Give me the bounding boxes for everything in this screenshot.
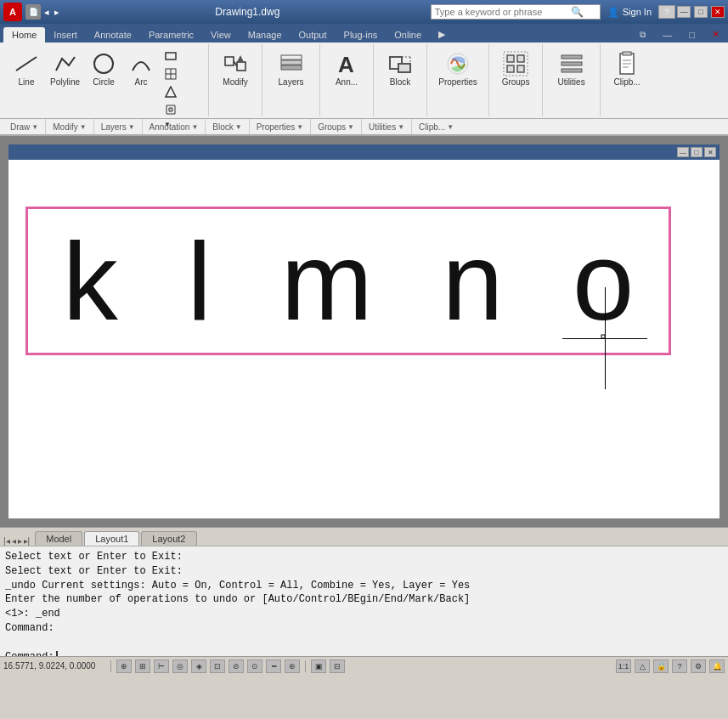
svg-text:A: A	[338, 52, 354, 77]
section-annotation[interactable]: Annotation ▼	[143, 119, 206, 134]
zoom-icon[interactable]: 1:1	[616, 660, 631, 673]
region-button[interactable]	[161, 101, 203, 118]
restore-button[interactable]: □	[694, 6, 708, 18]
tab-insert[interactable]: Insert	[45, 27, 86, 42]
gradient-button[interactable]	[161, 83, 203, 100]
tab-window-min[interactable]: —	[654, 27, 680, 42]
hatch-icon	[164, 67, 178, 81]
circle-icon	[90, 50, 117, 77]
section-layers[interactable]: Layers ▼	[94, 119, 143, 134]
close-button[interactable]: ✕	[711, 6, 725, 18]
tab-window-close[interactable]: ✕	[703, 26, 728, 42]
ducs-icon[interactable]: ⊘	[229, 660, 244, 673]
search-box[interactable]: 🔍	[431, 4, 601, 20]
osnap-icon[interactable]: ◈	[191, 660, 206, 673]
line-button[interactable]: Line	[8, 48, 44, 89]
notifications-icon[interactable]: 🔔	[709, 660, 725, 673]
help-icon[interactable]: ?	[658, 5, 675, 19]
lock-icon[interactable]: 🔒	[653, 660, 669, 673]
section-properties[interactable]: Properties ▼	[250, 119, 312, 134]
layers-button[interactable]: Layers	[268, 48, 314, 89]
help-status-icon[interactable]: ?	[672, 660, 687, 673]
canvas-close-btn[interactable]: ✕	[704, 147, 716, 157]
tp-icon[interactable]: ⊛	[285, 660, 300, 673]
tab-window-restore[interactable]: □	[680, 27, 703, 42]
tab-prev-icon[interactable]: ◂	[12, 536, 16, 546]
arc-button[interactable]: Arc	[123, 48, 159, 89]
user-icon: 👤	[607, 7, 619, 18]
canvas-restore-btn[interactable]: □	[691, 147, 703, 157]
draw-small-buttons: ▼	[161, 48, 203, 130]
tab-collapse[interactable]: ⧉	[631, 27, 654, 42]
lw-icon[interactable]: ━	[266, 660, 281, 673]
tab-layout1[interactable]: Layout1	[84, 531, 139, 546]
tab-first-icon[interactable]: |◂	[3, 536, 10, 546]
svg-rect-8	[237, 62, 245, 71]
tab-view[interactable]: View	[202, 27, 240, 42]
tabs-bar: |◂ ◂ ▸ ▸| Model Layout1 Layout2	[0, 527, 728, 546]
rectangle-button[interactable]	[161, 48, 203, 65]
tab-next-icon[interactable]: ▸	[18, 536, 22, 546]
annotation-items: A Ann...	[325, 44, 368, 116]
settings-icon[interactable]: ⚙	[691, 660, 706, 673]
svg-point-1	[94, 54, 113, 73]
model-icon[interactable]: ▣	[311, 660, 326, 673]
svg-rect-7	[225, 57, 234, 65]
block-button[interactable]: Block	[379, 48, 421, 89]
viewport-icon[interactable]: ⊟	[330, 660, 345, 673]
tab-home[interactable]: Home	[3, 27, 45, 42]
hatch-button[interactable]	[161, 65, 203, 82]
otrack-icon[interactable]: ⊡	[210, 660, 225, 673]
tab-plugins[interactable]: Plug-ins	[336, 27, 387, 42]
tab-more[interactable]: ▶	[430, 26, 454, 42]
nav-back-icon[interactable]: ◂	[44, 7, 49, 18]
ribbon-sections: Draw ▼ Modify ▼ Layers ▼ Annotation ▼ Bl…	[0, 119, 728, 136]
section-clipboard[interactable]: Clipb... ▼	[412, 119, 460, 134]
section-modify[interactable]: Modify ▼	[46, 119, 93, 134]
tab-parametric[interactable]: Parametric	[140, 27, 202, 42]
tab-output[interactable]: Output	[291, 27, 336, 42]
snap-icon[interactable]: ⊕	[116, 660, 132, 673]
cmd-line-1: Select text or Enter to Exit:	[5, 550, 723, 564]
grid-icon[interactable]: ⊞	[135, 660, 150, 673]
rectangle-icon	[164, 49, 178, 63]
section-block[interactable]: Block ▼	[206, 119, 249, 134]
annotation-button[interactable]: A Ann...	[325, 48, 368, 89]
dyn-icon[interactable]: ⊙	[247, 660, 262, 673]
nav-forward-icon[interactable]: ▸	[54, 7, 59, 18]
clipboard-button[interactable]: Clipb...	[606, 48, 648, 89]
polyline-button[interactable]: Polyline	[46, 48, 84, 89]
clipboard-dropdown-icon: ▼	[447, 123, 454, 131]
draw-items: Line Polyline Circle Arc	[8, 44, 203, 130]
modify-button[interactable]: Modify	[214, 48, 257, 89]
command-area[interactable]: Select text or Enter to Exit: Select tex…	[0, 546, 728, 656]
tab-annotate[interactable]: Annotate	[86, 27, 140, 42]
search-icon[interactable]: 🔍	[571, 6, 584, 18]
polar-icon[interactable]: ◎	[172, 660, 188, 673]
draw-dropdown-icon: ▼	[31, 123, 38, 131]
sign-in-button[interactable]: 👤 Sign In	[607, 7, 652, 18]
drawing-canvas[interactable]: k l m n o	[8, 160, 720, 518]
tab-online[interactable]: Online	[386, 27, 430, 42]
tab-model[interactable]: Model	[35, 531, 82, 546]
cmd-line-2: Select text or Enter to Exit:	[5, 564, 723, 579]
groups-button[interactable]: Groups	[494, 48, 537, 89]
section-utilities[interactable]: Utilities ▼	[362, 119, 412, 134]
minimize-button[interactable]: —	[677, 6, 691, 18]
section-groups[interactable]: Groups ▼	[311, 119, 362, 134]
layers-icon	[278, 50, 305, 77]
tab-layout2[interactable]: Layout2	[141, 531, 196, 546]
ortho-icon[interactable]: ⊢	[154, 660, 169, 673]
properties-button[interactable]: Properties	[432, 48, 483, 89]
arc-icon	[127, 50, 155, 77]
search-input[interactable]	[435, 7, 571, 17]
tab-last-icon[interactable]: ▸|	[24, 536, 31, 546]
groups-items: Groups	[494, 44, 537, 116]
groups-icon	[502, 50, 529, 77]
section-draw[interactable]: Draw ▼	[3, 119, 46, 134]
tab-manage[interactable]: Manage	[240, 27, 291, 42]
circle-button[interactable]: Circle	[86, 48, 121, 89]
annotation-scale-icon[interactable]: △	[635, 660, 650, 673]
canvas-minimize-btn[interactable]: —	[677, 147, 689, 157]
utilities-button[interactable]: Utilities	[548, 48, 595, 89]
